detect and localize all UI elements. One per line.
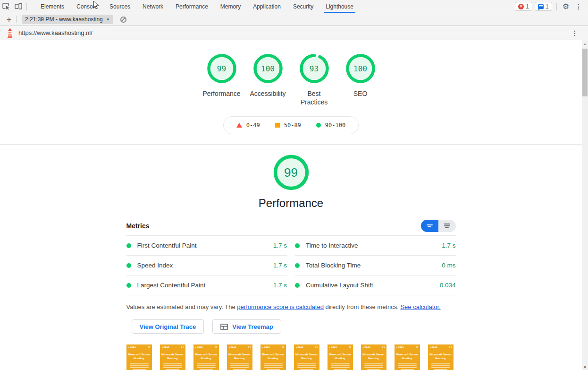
error-count-badge[interactable]: ✕ 1 [515, 2, 532, 11]
thumbnail-body-text [163, 363, 182, 370]
score-legend: 0-49 50-89 90-100 [223, 116, 359, 134]
thumbnail-body-text [297, 363, 316, 370]
report-header: https://www.kaashosting.nl/ ⋮ [0, 26, 588, 40]
gauge-label: SEO [353, 89, 368, 98]
thumbnail-site-logo: KAAS [262, 346, 270, 348]
gauge-score: 99 [273, 155, 309, 190]
metric-pass-icon [295, 283, 300, 288]
filmstrip-thumbnail: KAAS Minecraft Server Hosting [160, 344, 185, 370]
tab-sources[interactable]: Sources [103, 0, 136, 13]
error-count: 1 [526, 3, 529, 10]
button-label: View Treemap [232, 323, 273, 330]
thumbnail-cart-icon [349, 346, 351, 348]
devtools-menu-kebab-icon[interactable]: ⋮ [573, 3, 584, 10]
filmstrip-thumbnail: KAAS Minecraft Server Hosting [328, 344, 353, 370]
scrollbar-thumb[interactable] [582, 49, 588, 96]
thumbnail-title: Minecraft Server Hosting [328, 353, 353, 360]
tab-memory[interactable]: Memory [214, 0, 247, 13]
toggle-condensed-view-button[interactable] [421, 220, 438, 232]
section-divider [0, 144, 582, 145]
thumbnail-site-logo: KAAS [363, 346, 370, 348]
report-url: https://www.kaashosting.nl/ [18, 29, 92, 36]
tab-console[interactable]: Console [70, 0, 103, 13]
thumbnail-title: Minecraft Server Hosting [361, 353, 386, 360]
metric-name: Total Blocking Time [306, 262, 442, 269]
treemap-icon [220, 324, 228, 330]
toggle-expanded-view-button[interactable] [438, 220, 456, 232]
metric-value: 1.7 s [273, 242, 287, 249]
metric-name: First Contentful Paint [137, 242, 273, 249]
see-calculator-link[interactable]: See calculator. [400, 303, 440, 310]
legend-pass-range: 90-100 [316, 122, 345, 129]
device-toolbar-icon[interactable] [12, 0, 25, 13]
thumbnail-body-text [197, 363, 216, 370]
error-icon: ✕ [518, 4, 524, 9]
thumbnail-body-text [398, 363, 417, 370]
performance-score-gauge[interactable]: 99 [273, 155, 309, 190]
action-buttons: View Original Trace View Treemap [126, 319, 456, 334]
thumbnail-title: Minecraft Server Hosting [428, 353, 454, 360]
scrollbar-down-arrow-icon[interactable]: ▼ [582, 365, 588, 370]
thumbnail-site-logo: KAAS [229, 346, 236, 348]
gauge-score: 99 [207, 54, 236, 83]
score-gauge-best-practices[interactable]: 93 Best Practices [296, 54, 333, 106]
report-menu-kebab-icon[interactable]: ⋮ [571, 29, 582, 37]
tab-security[interactable]: Security [287, 0, 319, 13]
toolbar-separator [556, 3, 557, 10]
tab-application[interactable]: Application [247, 0, 287, 13]
thumbnail-title: Minecraft Server Hosting [160, 353, 185, 360]
tab-elements[interactable]: Elements [34, 0, 70, 13]
new-audit-plus-icon[interactable]: + [4, 15, 14, 24]
thumbnail-cart-icon [215, 346, 217, 348]
legend-label: 90-100 [325, 122, 345, 129]
performance-section-title: Performance [0, 197, 582, 210]
inspect-element-icon[interactable] [0, 0, 12, 13]
metric-row-total-blocking-time: Total Blocking Time 0 ms [295, 256, 456, 275]
score-gauge-performance[interactable]: 99 Performance [203, 54, 240, 106]
tab-performance[interactable]: Performance [169, 0, 214, 13]
filmstrip-thumbnail: KAAS Minecraft Server Hosting [193, 344, 219, 370]
toolbar-separator [26, 3, 27, 10]
thumbnail-site-logo: KAAS [128, 346, 136, 348]
metric-row-largest-contentful-paint: Largest Contentful Paint 1.7 s [126, 275, 287, 295]
disclaimer-text: directly from these metrics. [324, 303, 401, 310]
tab-lighthouse[interactable]: Lighthouse [319, 0, 360, 13]
circle-icon [316, 123, 321, 128]
scrollbar[interactable]: ▲ ▼ [582, 40, 588, 370]
report-selector-dropdown[interactable]: 2:21:39 PM - www.kaashosting ▼ [22, 15, 113, 24]
metric-value: 1.7 s [273, 262, 287, 269]
thumbnail-title: Minecraft Server Hosting [227, 353, 252, 360]
metric-row-speed-index: Speed Index 1.7 s [126, 256, 287, 275]
metric-name: Time to Interactive [306, 242, 442, 249]
lighthouse-report: 99 Performance 100 Accessibility 93 [0, 40, 582, 370]
gauge-score: 93 [300, 54, 329, 83]
clear-reports-block-icon[interactable] [120, 17, 126, 23]
gauge-label: Accessibility [250, 89, 286, 98]
settings-gear-icon[interactable]: ⚙ [561, 2, 571, 11]
view-original-trace-button[interactable]: View Original Trace [132, 319, 204, 334]
thumbnail-cart-icon [449, 346, 452, 348]
legend-fail-range: 0-49 [236, 122, 260, 129]
scrollbar-up-arrow-icon[interactable]: ▲ [582, 40, 588, 47]
message-icon [538, 4, 544, 9]
category-gauges: 99 Performance 100 Accessibility 93 [0, 54, 582, 106]
view-treemap-button[interactable]: View Treemap [212, 319, 281, 334]
legend-label: 0-49 [246, 122, 260, 129]
thumbnail-title: Minecraft Server Hosting [395, 353, 420, 360]
issues-count-badge[interactable]: 1 [535, 2, 552, 11]
filmstrip: KAAS Minecraft Server Hosting KAAS Minec… [126, 344, 456, 370]
gauge-label: Best Practices [296, 89, 333, 106]
thumbnail-cart-icon [282, 346, 284, 348]
performance-score-link[interactable]: performance score is calculated [237, 303, 324, 310]
gauge-score: 100 [253, 54, 283, 83]
filmstrip-thumbnail: KAAS Minecraft Server Hosting [361, 344, 386, 370]
score-gauge-seo[interactable]: 100 SEO [342, 54, 379, 106]
score-gauge-accessibility[interactable]: 100 Accessibility [250, 54, 286, 106]
filmstrip-thumbnail: KAAS Minecraft Server Hosting [126, 344, 152, 370]
devtools-tabs: Elements Console Sources Network Perform… [34, 0, 360, 13]
filmstrip-thumbnail: KAAS Minecraft Server Hosting [428, 344, 454, 370]
metric-name: Cumulative Layout Shift [306, 282, 440, 289]
issues-count: 1 [546, 3, 549, 10]
thumbnail-cart-icon [181, 346, 184, 348]
tab-network[interactable]: Network [136, 0, 169, 13]
